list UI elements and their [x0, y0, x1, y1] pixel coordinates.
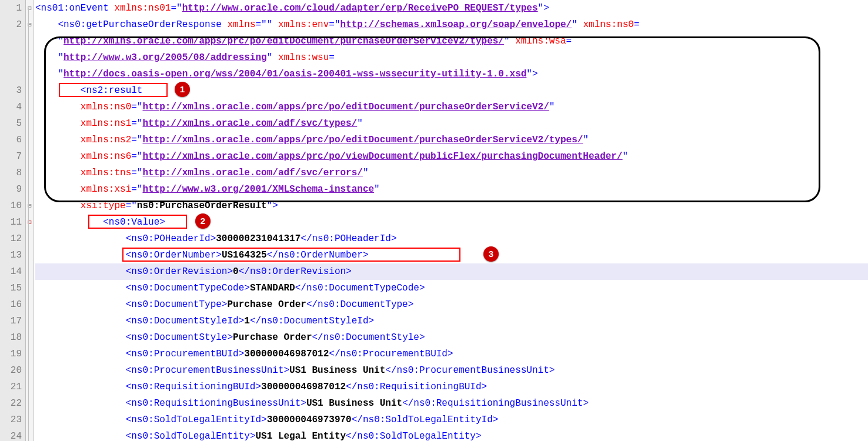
code-area[interactable]: <ns01:onEvent xmlns:ns01="http://www.ora…: [34, 0, 868, 441]
code-line: <ns2:result: [35, 82, 868, 99]
code-line: xmlns:ns2="http://xmlns.oracle.com/apps/…: [35, 132, 868, 148]
line-number: 8: [0, 165, 22, 181]
line-number: 24: [0, 428, 22, 441]
line-number: 10: [0, 198, 22, 214]
code-line: xmlns:ns1="http://xmlns.oracle.com/adf/s…: [35, 115, 868, 132]
line-number: 6: [0, 132, 22, 148]
line-number: [0, 66, 22, 82]
xml-editor: 1 2 3 4 5 6 7 8 9 10 11 12 13 14 15 16 1…: [0, 0, 868, 441]
code-line: <ns0:POHeaderId>300000231041317</ns0:POH…: [35, 230, 868, 247]
code-line: xmlns:tns="http://xmlns.oracle.com/adf/s…: [35, 165, 868, 181]
line-number-gutter: 1 2 3 4 5 6 7 8 9 10 11 12 13 14 15 16 1…: [0, 0, 26, 441]
code-line: <ns0:DocumentType>Purchase Order</ns0:Do…: [35, 296, 868, 313]
code-line: <ns0:getPurchaseOrderResponse xmlns="" x…: [35, 16, 868, 33]
line-number: 7: [0, 148, 22, 165]
line-number: 14: [0, 263, 22, 280]
line-number: [0, 33, 22, 49]
line-number: 21: [0, 379, 22, 395]
line-number: 15: [0, 280, 22, 296]
line-number: 22: [0, 395, 22, 412]
line-number: 9: [0, 181, 22, 198]
code-line: xmlns:xsi="http://www.w3.org/2001/XMLSch…: [35, 181, 868, 198]
code-line: <ns0:Value>: [35, 214, 868, 230]
line-number: 23: [0, 412, 22, 428]
code-line: <ns0:DocumentStyleId>1</ns0:DocumentStyl…: [35, 313, 868, 329]
code-line: <ns0:ProcurementBusinessUnit>US1 Busines…: [35, 362, 868, 379]
line-number: 12: [0, 230, 22, 247]
code-line: <ns0:DocumentTypeCode>STANDARD</ns0:Docu…: [35, 280, 868, 296]
code-line: <ns0:SoldToLegalEntity>US1 Legal Entity<…: [35, 428, 868, 441]
line-number: 3: [0, 82, 22, 99]
code-line: <ns0:DocumentStyle>Purchase Order</ns0:D…: [35, 329, 868, 346]
line-number: 20: [0, 362, 22, 379]
code-line: <ns0:ProcurementBUId>300000046987012</ns…: [35, 346, 868, 362]
code-line: <ns0:SoldToLegalEntityId>300000046973970…: [35, 412, 868, 428]
code-line: <ns01:onEvent xmlns:ns01="http://www.ora…: [35, 0, 868, 16]
line-number: [0, 49, 22, 66]
code-line: xsi:type="ns0:PurchaseOrderResult">: [35, 198, 868, 214]
line-number: 17: [0, 313, 22, 329]
line-number: 5: [0, 115, 22, 132]
code-line: <ns0:RequisitioningBUId>300000046987012<…: [35, 379, 868, 395]
code-line: <ns0:RequisitioningBusinessUnit>US1 Busi…: [35, 395, 868, 412]
line-number: 11: [0, 214, 22, 230]
code-line: "http://www.w3.org/2005/08/addressing" x…: [35, 49, 868, 66]
code-line: xmlns:ns6="http://xmlns.oracle.com/apps/…: [35, 148, 868, 165]
code-line: xmlns:ns0="http://xmlns.oracle.com/apps/…: [35, 99, 868, 115]
code-line: "http://docs.oasis-open.org/wss/2004/01/…: [35, 66, 868, 82]
fold-gutter: ⊟ ⊟ ⊟ ⊟: [26, 0, 34, 441]
line-number: 1: [0, 0, 22, 16]
line-number: 16: [0, 296, 22, 313]
line-number: 13: [0, 247, 22, 263]
line-number: 2: [0, 16, 22, 33]
line-number: 4: [0, 99, 22, 115]
line-number: 19: [0, 346, 22, 362]
line-number: 18: [0, 329, 22, 346]
code-line: <ns0:OrderNumber>US164325</ns0:OrderNumb…: [35, 247, 868, 263]
code-line-current: <ns0:OrderRevision>0</ns0:OrderRevision>: [35, 263, 868, 280]
code-line: "http://xmlns.oracle.com/apps/prc/po/edi…: [35, 33, 868, 49]
